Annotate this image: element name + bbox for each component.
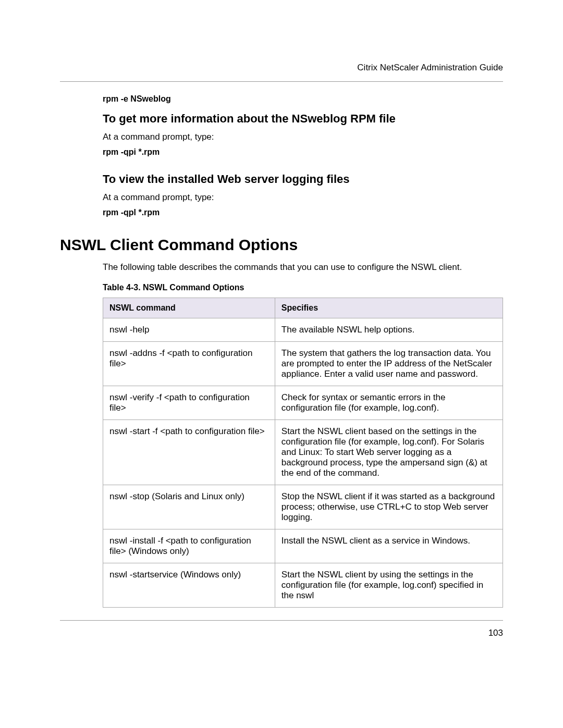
heading-get-info: To get more information about the NSwebl…	[103, 112, 503, 126]
td-spec: Install the NSWL client as a service in …	[275, 529, 503, 563]
table-row: nswl -stop (Solaris and Linux only) Stop…	[103, 485, 503, 529]
command-uninstall: rpm -e NSweblog	[103, 94, 503, 104]
th-command: NSWL command	[103, 298, 275, 318]
table-row: nswl -addns -f <path to configuration fi…	[103, 342, 503, 386]
footer-rule	[60, 620, 503, 621]
nswl-command-table: NSWL command Specifies nswl -help The av…	[103, 298, 503, 608]
td-spec: Start the NSWL client by using the setti…	[275, 563, 503, 608]
main-heading: NSWL Client Command Options	[60, 236, 503, 254]
table-row: nswl -help The available NSWL help optio…	[103, 318, 503, 342]
td-spec: The system that gathers the log transact…	[275, 342, 503, 386]
table-row: nswl -startservice (Windows only) Start …	[103, 563, 503, 608]
page-number: 103	[60, 628, 503, 638]
table-row: nswl -start -f <path to configuration fi…	[103, 420, 503, 485]
command-qpi: rpm -qpi *.rpm	[103, 147, 503, 157]
td-command: nswl -install -f <path to configuration …	[103, 529, 275, 563]
intro-text: The following table describes the comman…	[103, 262, 503, 273]
td-spec: Check for syntax or semantic errors in t…	[275, 386, 503, 420]
table-row: nswl -verify -f <path to configuration f…	[103, 386, 503, 420]
td-spec: Start the NSWL client based on the setti…	[275, 420, 503, 485]
table-caption: Table 4-3. NSWL Command Options	[103, 283, 503, 292]
header-title: Citrix NetScaler Administration Guide	[60, 63, 503, 73]
td-command: nswl -startservice (Windows only)	[103, 563, 275, 608]
td-command: nswl -verify -f <path to configuration f…	[103, 386, 275, 420]
td-command: nswl -stop (Solaris and Linux only)	[103, 485, 275, 529]
heading-view-files: To view the installed Web server logging…	[103, 172, 503, 186]
td-command: nswl -start -f <path to configuration fi…	[103, 420, 275, 485]
command-qpl: rpm -qpl *.rpm	[103, 208, 503, 217]
td-spec: The available NSWL help options.	[275, 318, 503, 342]
text-prompt-2: At a command prompt, type:	[103, 192, 503, 203]
table-row: nswl -install -f <path to configuration …	[103, 529, 503, 563]
td-command: nswl -addns -f <path to configuration fi…	[103, 342, 275, 386]
td-spec: Stop the NSWL client if it was started a…	[275, 485, 503, 529]
td-command: nswl -help	[103, 318, 275, 342]
header-rule	[60, 81, 503, 82]
text-prompt-1: At a command prompt, type:	[103, 132, 503, 142]
th-specifies: Specifies	[275, 298, 503, 318]
